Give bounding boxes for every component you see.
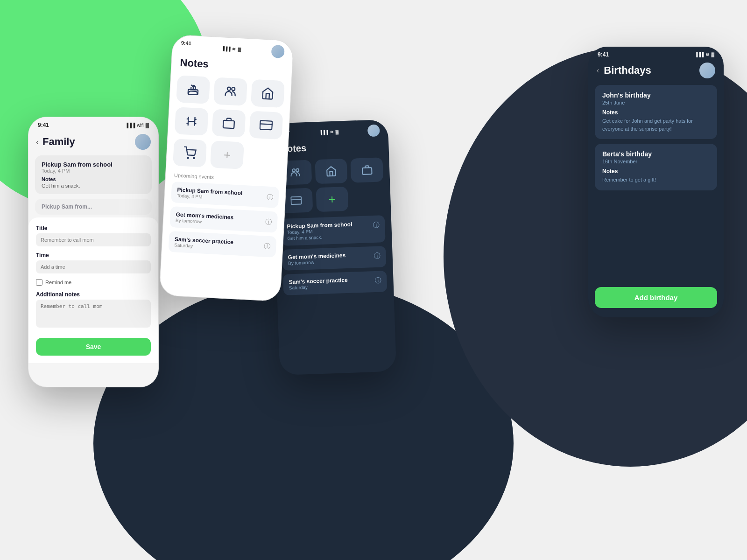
svg-rect-3 [223,120,234,129]
dark-ev1-notes: Get him a snack. [287,234,352,241]
svg-point-8 [193,158,194,159]
phone-birthdays: 9:41 ▐▐▐ ≋ ▓ ‹ Birthdays John's birthday… [588,47,724,317]
john-name: John's birthday [602,91,710,99]
additional-label: Additional notes [36,291,151,298]
fitness-icon-cell[interactable] [175,107,209,136]
time-field: Time [36,252,151,273]
status-icons-left: ▐▐▐ wifi ▓ [125,123,149,128]
dark-home-cell[interactable] [315,159,347,184]
svg-point-9 [292,169,295,172]
add-birthday-button[interactable]: Add birthday [595,287,717,308]
event-1-info: Pickup Sam from school Today, 4 PM [176,187,242,202]
battery-icon: ▓ [146,123,149,128]
task-card-2-partial: Pickup Sam from... [35,199,152,215]
birthdays-title: Birthdays [604,64,699,77]
svg-rect-12 [291,196,302,204]
additional-textarea[interactable] [36,300,151,328]
save-button[interactable]: Save [36,338,151,356]
dark-info-2[interactable]: ⓘ [374,252,381,260]
family-header: ‹ Family [28,130,158,155]
event-item-2[interactable]: Get mom's medicines By tomorrow ⓘ [169,206,278,233]
dark-event-2[interactable]: Get mom's medicines By tomorrow ⓘ [282,246,386,271]
svg-line-13 [291,199,302,200]
dark-event-3[interactable]: Sam's soccer practice Saturday ⓘ [283,271,387,295]
berta-notes: Remember to get a gift! [602,176,710,184]
task-title: Pickup Sam from school [42,161,145,168]
dark-briefcase-cell[interactable] [351,157,383,182]
svg-point-10 [296,169,299,172]
status-bar-right: 9:41 ▐▐▐ ≋ ▓ [588,47,724,60]
svg-point-7 [187,157,188,158]
event-2-info: Get mom's medicines By tomorrow [176,211,234,225]
task-card-1[interactable]: Pickup Sam from school Today, 4 PM Notes… [35,155,152,194]
title-input[interactable] [36,233,151,246]
time-left: 9:41 [38,122,49,128]
notes-label: Notes [42,176,145,182]
birthday-card-john[interactable]: John's birthday 25th June Notes Get cake… [595,85,717,139]
wifi-icon-r: ≋ [705,52,709,57]
task-time: Today, 4 PM [42,168,145,174]
info-icon-1[interactable]: ⓘ [266,193,273,202]
back-button[interactable]: ‹ [36,137,39,147]
john-date: 25th June [602,100,710,105]
battery-icon-r: ▓ [711,52,714,57]
additional-field: Additional notes [36,291,151,329]
status-bar-left: 9:41 ▐▐▐ wifi ▓ [28,117,158,130]
briefcase-icon-cell[interactable] [212,109,246,138]
battery-icon-c: ▓ [238,47,241,52]
info-icon-3[interactable]: ⓘ [264,242,271,251]
avatar-center [271,45,284,58]
birthday-card-berta[interactable]: Berta's birthday 16th November Notes Rem… [595,144,717,190]
john-notes: Get cake for John and get party hats for… [602,117,710,133]
family-title: Family [42,136,135,148]
avatar-right [699,63,715,78]
people-icon-cell[interactable] [213,77,247,106]
time-input[interactable] [36,260,151,273]
wifi-icon-c: ≋ [232,47,236,51]
wifi-icon: wifi [137,123,143,128]
info-icon-2[interactable]: ⓘ [265,217,272,226]
svg-rect-11 [362,168,372,175]
dark-add-cell[interactable]: + [316,187,348,212]
event-3-info: Sam's soccer practice Saturday [174,236,233,251]
john-notes-label: Notes [602,109,710,116]
svg-rect-5 [260,120,273,130]
time-label: Time [36,252,151,259]
remind-label: Remind me [45,280,71,285]
add-icon-cell[interactable]: + [210,140,244,169]
berta-notes-label: Notes [602,168,710,175]
dark-event-2-info: Get mom's medicines By tomorrow [288,252,345,266]
remind-checkbox[interactable] [36,279,42,286]
signal-icon-c: ▐▐▐ [221,46,231,51]
back-button-right[interactable]: ‹ [597,66,599,75]
battery-icon-dc: ▓ [335,129,338,134]
form-sheet: Title Time Remind me Additional notes Sa… [28,217,158,363]
partial-text: Pickup Sam from... [42,203,145,210]
svg-point-2 [232,87,235,91]
berta-name: Berta's birthday [602,150,710,158]
svg-point-1 [227,87,231,91]
cart-icon-cell[interactable] [173,139,207,168]
remind-row: Remind me [36,279,151,286]
empty-cell [247,142,282,171]
home-icon-cell[interactable] [251,79,285,108]
status-icons-right: ▐▐▐ ≋ ▓ [695,51,714,58]
dark-event-1[interactable]: Pickup Sam from school Today, 4 PM Get h… [281,215,386,246]
status-icons-dark: ▐▐▐ ≋ ▓ [319,126,339,139]
svg-line-6 [260,124,272,124]
time-center: 9:41 [181,40,191,54]
cake-icon-cell[interactable] [176,75,210,104]
phone-family-form: 9:41 ▐▐▐ wifi ▓ ‹ Family Pickup Sam from… [28,117,159,387]
signal-icon-r: ▐▐▐ [695,52,704,57]
signal-icon: ▐▐▐ [125,123,135,128]
berta-date: 16th November [602,159,710,164]
event-item-3[interactable]: Sam's soccer practice Saturday ⓘ [168,231,276,258]
notes-text: Get him a snack. [42,183,145,189]
phone-notes-dark: 9:41 ▐▐▐ ≋ ▓ Notes [271,119,397,375]
dark-info-1[interactable]: ⓘ [373,221,380,230]
title-field: Title [36,225,151,246]
card-icon-cell[interactable] [249,111,283,140]
dark-info-3[interactable]: ⓘ [374,277,381,285]
dark-event-3-info: Sam's soccer practice Saturday [289,277,348,290]
dark-icon-grid: + [272,157,391,219]
